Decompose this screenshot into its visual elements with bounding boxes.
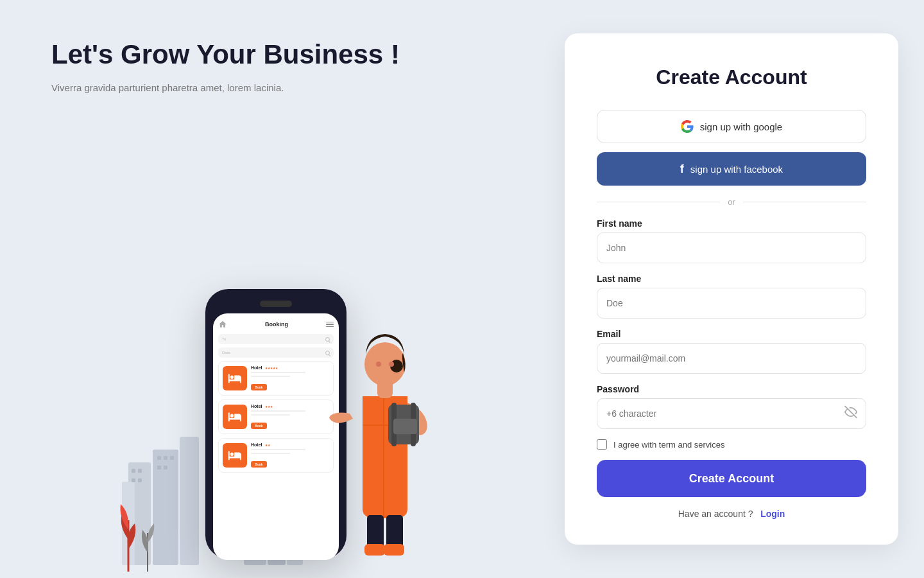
login-text: Have an account ? — [678, 509, 753, 519]
toggle-password-icon[interactable] — [844, 406, 857, 422]
password-group: Password — [597, 384, 866, 429]
home-icon — [218, 320, 227, 329]
password-label: Password — [597, 384, 866, 394]
svg-rect-6 — [132, 478, 135, 482]
form-title: Create Account — [597, 66, 866, 89]
headline: Let's Grow Your Business ! — [51, 39, 400, 71]
password-wrapper — [597, 398, 866, 429]
illustration: Booking To Date — [51, 125, 501, 578]
svg-rect-5 — [138, 469, 142, 473]
first-name-group: First name — [597, 218, 866, 263]
phone-header: Booking — [218, 320, 334, 329]
google-signup-button[interactable]: sign up with google — [597, 110, 866, 143]
svg-rect-12 — [164, 466, 167, 469]
hotel-info-2: Hotel ★★★ Book — [251, 404, 329, 430]
facebook-btn-label: sign up with facebook — [690, 164, 783, 175]
svg-rect-32 — [364, 544, 385, 556]
svg-rect-3 — [180, 437, 199, 565]
svg-rect-30 — [367, 515, 384, 547]
email-group: Email — [597, 329, 866, 374]
last-name-group: Last name — [597, 274, 866, 319]
create-account-button[interactable]: Create Account — [597, 460, 866, 497]
illustration-container: Booking To Date — [96, 218, 456, 578]
left-panel: Let's Grow Your Business ! Viverra gravi… — [0, 0, 539, 578]
hotel-info-1: Hotel ★★★★★ Book — [251, 365, 329, 391]
booking-title: Booking — [265, 321, 288, 328]
search-bar-1: To — [218, 334, 334, 344]
phone-notch — [260, 301, 292, 307]
hotel-card-3: Hotel ★★ Book — [218, 438, 334, 473]
phone-mockup: Booking To Date — [205, 289, 346, 559]
hotel-card-2: Hotel ★★★ Book — [218, 399, 334, 434]
person-illustration — [327, 297, 443, 566]
facebook-icon: f — [680, 162, 684, 176]
form-card: Create Account sign up with google f sig… — [565, 33, 898, 545]
email-input[interactable] — [597, 343, 866, 374]
hotel-thumb-1 — [223, 366, 247, 390]
login-row: Have an account ? Login — [597, 509, 866, 519]
last-name-label: Last name — [597, 274, 866, 284]
hotel-thumb-3 — [223, 443, 247, 468]
svg-point-25 — [389, 362, 394, 367]
email-label: Email — [597, 329, 866, 339]
hotel-card-1: Hotel ★★★★★ Book — [218, 361, 334, 396]
terms-label[interactable]: I agree with term and services — [613, 440, 724, 450]
svg-rect-8 — [157, 456, 161, 460]
svg-rect-33 — [384, 544, 404, 556]
hotel-icon-1 — [228, 371, 242, 385]
terms-checkbox[interactable] — [597, 439, 607, 450]
search-bar-2: Date — [218, 347, 334, 358]
svg-rect-29 — [393, 419, 417, 434]
svg-rect-10 — [170, 456, 174, 460]
first-name-label: First name — [597, 218, 866, 229]
divider: or — [597, 197, 866, 207]
svg-rect-31 — [386, 515, 403, 547]
hotel-thumb-2 — [223, 405, 247, 429]
hotel-info-3: Hotel ★★ Book — [251, 442, 329, 468]
password-input[interactable] — [597, 398, 866, 429]
right-panel: Create Account sign up with google f sig… — [539, 0, 924, 578]
svg-point-24 — [376, 362, 381, 367]
login-link[interactable]: Login — [760, 509, 785, 519]
subtitle: Viverra gravida parturient pharetra amet… — [51, 82, 284, 93]
google-btn-label: sign up with google — [700, 121, 782, 132]
plant-left — [116, 488, 167, 572]
terms-row: I agree with term and services — [597, 439, 866, 450]
first-name-input[interactable] — [597, 232, 866, 263]
svg-rect-4 — [132, 469, 135, 473]
facebook-signup-button[interactable]: f sign up with facebook — [597, 152, 866, 186]
phone-screen: Booking To Date — [213, 313, 339, 560]
hotel-icon-2 — [228, 410, 242, 424]
google-icon — [681, 120, 694, 133]
svg-rect-7 — [138, 478, 142, 482]
last-name-input[interactable] — [597, 288, 866, 319]
svg-rect-9 — [164, 456, 167, 460]
svg-rect-11 — [157, 466, 161, 469]
hotel-icon-3 — [228, 448, 242, 462]
